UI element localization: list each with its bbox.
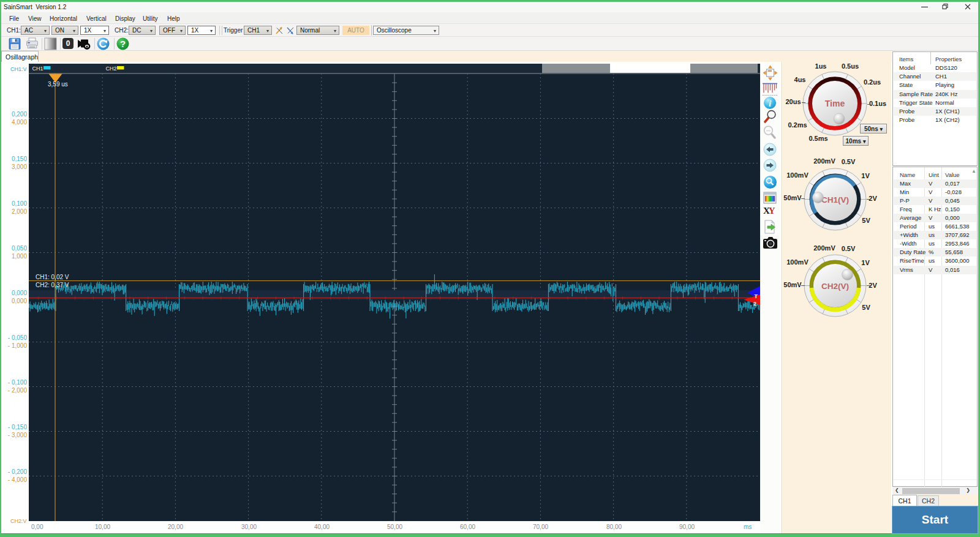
svg-text:CH1(V): CH1(V) xyxy=(821,195,848,204)
svg-text:T: T xyxy=(755,293,758,299)
svg-text:CH2: CH2 xyxy=(106,66,117,72)
svg-text:Time: Time xyxy=(825,99,845,108)
svg-text:CH1: CH1 xyxy=(32,66,43,72)
svg-text:CH1: 0,02 V: CH1: 0,02 V xyxy=(36,274,69,280)
svg-text:CH2(V): CH2(V) xyxy=(821,281,848,290)
svg-text:?: ? xyxy=(120,39,126,49)
svg-text:2: 2 xyxy=(753,301,756,307)
svg-text:CH2: 0,37 V: CH2: 0,37 V xyxy=(36,282,69,288)
svg-text:3,59 us: 3,59 us xyxy=(48,81,68,88)
